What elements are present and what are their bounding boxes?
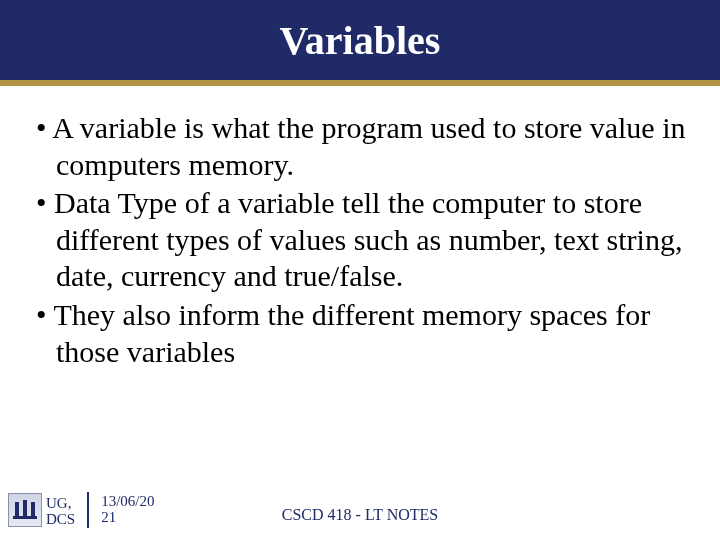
- date-label: 13/06/20 21: [101, 494, 154, 526]
- course-label: CSCD 418 - LT NOTES: [282, 506, 438, 524]
- crest-icon: [8, 493, 42, 527]
- footer-divider: [87, 492, 89, 528]
- date-line1: 13/06/20: [101, 494, 154, 510]
- slide: Variables A variable is what the program…: [0, 0, 720, 540]
- list-item: A variable is what the program used to s…: [36, 110, 692, 183]
- slide-body: A variable is what the program used to s…: [0, 86, 720, 540]
- svg-rect-0: [15, 502, 19, 516]
- date-line2: 21: [101, 510, 154, 526]
- svg-rect-1: [23, 500, 27, 516]
- footer: UG, DCS 13/06/20 21 CSCD 418 - LT NOTES: [0, 486, 720, 534]
- svg-rect-3: [13, 516, 37, 519]
- svg-rect-2: [31, 502, 35, 516]
- org-line1: UG,: [46, 496, 75, 512]
- org-line2: DCS: [46, 512, 75, 528]
- bullet-list: A variable is what the program used to s…: [36, 110, 692, 370]
- slide-title: Variables: [280, 17, 441, 64]
- title-bar: Variables: [0, 0, 720, 86]
- list-item: Data Type of a variable tell the compute…: [36, 185, 692, 295]
- org-label: UG, DCS: [46, 496, 75, 528]
- list-item: They also inform the different memory sp…: [36, 297, 692, 370]
